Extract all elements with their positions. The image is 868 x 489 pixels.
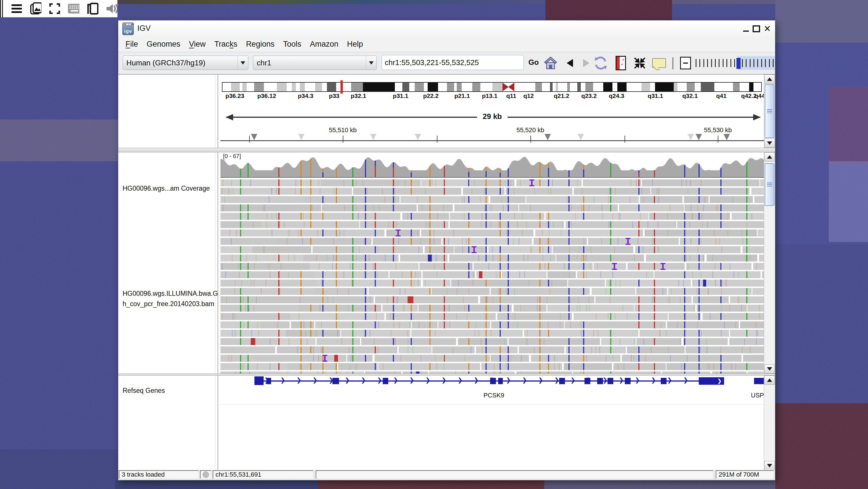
strand-arrow-icon: ❯ — [683, 377, 688, 383]
back-icon[interactable] — [563, 56, 577, 70]
close-button[interactable]: ✕ — [763, 25, 772, 33]
zoom-slider-thumb[interactable] — [737, 58, 741, 69]
menu-tracks[interactable]: Tracks — [210, 40, 242, 49]
exon[interactable] — [754, 378, 764, 384]
scroll-down-icon[interactable] — [765, 364, 775, 374]
title-bar[interactable]: igv IGV ✕ — [118, 21, 775, 37]
locus-panel-data[interactable]: p36.23p36.12p34.3p33p32.1p31.1p22.2p21.1… — [220, 75, 764, 148]
genome-select[interactable]: Human (GRCh37/hg19) — [123, 56, 248, 70]
menu-amazon[interactable]: Amazon — [306, 40, 343, 49]
band-label-p36.23: p36.23 — [225, 92, 244, 99]
band-label-q44: q44 — [754, 92, 764, 99]
menu-tools[interactable]: Tools — [279, 40, 306, 49]
zoom-out-icon[interactable] — [680, 57, 691, 69]
keyboard-icon[interactable] — [68, 3, 80, 15]
locus-input[interactable] — [382, 55, 524, 70]
home-icon[interactable] — [544, 56, 557, 70]
fullscreen-icon[interactable] — [49, 3, 60, 15]
tracks-loaded-status: 3 tracks loaded — [119, 470, 199, 479]
cursor-position-status: chr1:55,531,691 — [213, 470, 313, 479]
menu-icon[interactable] — [11, 3, 23, 15]
exon[interactable] — [498, 378, 503, 384]
gene-panel-data[interactable]: ❯❯❯❯❯❯❯❯❯❯❯❯❯❯❯❯❯❯❯❯❯❯❯❯❯❯❯❯❯PCSK9USP2 — [220, 376, 764, 470]
exon[interactable] — [383, 378, 388, 384]
minimize-button[interactable] — [742, 25, 750, 33]
go-button[interactable]: Go — [528, 58, 539, 67]
menu-regions[interactable]: Regions — [242, 40, 279, 49]
band-label-q31.1: q31.1 — [648, 92, 663, 99]
chromosome-select[interactable]: chr1 — [253, 56, 377, 70]
maximize-button[interactable] — [752, 25, 761, 33]
exon[interactable] — [332, 378, 339, 384]
main-toolbar: Human (GRCh37/hg19) chr1 Go — [118, 52, 775, 75]
band-label-q24.3: q24.3 — [609, 92, 624, 99]
remote-desktop-toolbar — [0, 0, 117, 17]
exon[interactable] — [490, 378, 496, 384]
exon[interactable] — [585, 378, 590, 384]
scroll-down-icon[interactable] — [765, 461, 775, 470]
band-label-q12: q12 — [523, 92, 534, 99]
chevron-down-icon[interactable] — [366, 56, 376, 70]
desktop-patch — [775, 403, 868, 489]
exon[interactable] — [661, 378, 666, 384]
exon[interactable] — [597, 378, 603, 384]
panel-divider[interactable] — [218, 152, 218, 374]
alignment-track-name-line1[interactable]: HG00096.wgs.ILLUMINA.bwa.G — [123, 290, 218, 297]
scrollbar[interactable] — [764, 75, 775, 148]
menu-view[interactable]: View — [185, 40, 210, 49]
panel-divider[interactable] — [218, 376, 218, 470]
coverage-track-name[interactable]: HG00096.wgs...am Coverage — [123, 184, 210, 192]
igv-window: igv IGV ✕ FileGenomesViewTracksRegionsTo… — [118, 20, 775, 480]
panel-divider[interactable] — [218, 75, 218, 148]
chromosome-ideogram[interactable] — [222, 82, 762, 92]
exon[interactable] — [267, 378, 271, 384]
desktop-top-strip — [0, 0, 868, 4]
exon[interactable] — [254, 376, 264, 385]
desktop-patch — [829, 161, 868, 242]
centromere-icon — [502, 83, 514, 91]
scrollbar[interactable] — [764, 152, 775, 374]
strand-arrow-icon: ❯ — [651, 377, 656, 383]
screenshot-icon[interactable] — [30, 3, 41, 15]
scroll-down-icon[interactable] — [765, 139, 775, 148]
audio-icon[interactable] — [106, 3, 117, 15]
alignment-track-name-line2[interactable]: h_cov_pcr_free.20140203.bam — [123, 300, 214, 308]
panel-splitter[interactable] — [118, 374, 775, 376]
forward-icon[interactable] — [579, 56, 593, 70]
alignment-panel-data[interactable]: [0 - 67] — [220, 152, 764, 374]
refresh-icon[interactable] — [594, 56, 608, 70]
scrollbar-thumb[interactable] — [765, 163, 774, 206]
gene-label-PCSK9[interactable]: PCSK9 — [484, 392, 504, 399]
desktop-patch — [775, 0, 868, 42]
feature-panel-names: Refseq Genes — [118, 376, 215, 470]
desktop-patch — [115, 480, 318, 489]
scroll-up-icon[interactable] — [765, 152, 775, 162]
scroll-up-icon[interactable] — [765, 75, 775, 84]
scroll-up-icon[interactable] — [765, 376, 775, 385]
fit-to-window-icon[interactable] — [633, 56, 647, 70]
scrollbar-thumb[interactable] — [765, 84, 774, 138]
panel-splitter[interactable] — [118, 148, 775, 152]
alignment-pileup[interactable] — [220, 152, 764, 374]
exon[interactable] — [559, 378, 565, 384]
exon[interactable] — [625, 378, 630, 384]
menu-file[interactable]: File — [121, 40, 143, 49]
exon[interactable] — [608, 378, 613, 384]
exon[interactable]: ❯ — [699, 377, 724, 385]
refseq-gene-track[interactable]: ❯❯❯❯❯❯❯❯❯❯❯❯❯❯❯❯❯❯❯❯❯❯❯❯❯❯❯❯❯PCSK9USP2 — [220, 376, 764, 404]
strand-arrow-icon: ❯ — [570, 377, 576, 383]
gene-track-name[interactable]: Refseq Genes — [123, 387, 165, 395]
gene-label-USP2[interactable]: USP2 — [751, 392, 764, 399]
zoom-slider[interactable] — [680, 56, 775, 70]
clipboard-icon[interactable] — [87, 3, 98, 15]
tooltip-icon[interactable] — [652, 56, 666, 70]
strand-arrow-icon: ❯ — [554, 377, 559, 383]
chevron-down-icon[interactable] — [238, 56, 248, 70]
strand-arrow-icon: ❯ — [313, 377, 318, 383]
scrollbar[interactable] — [764, 376, 775, 470]
region-of-interest-icon[interactable] — [614, 56, 628, 70]
menu-help[interactable]: Help — [343, 40, 368, 49]
strand-arrow-icon: ❯ — [361, 377, 366, 383]
drag-handle-icon[interactable] — [0, 0, 3, 17]
menu-genomes[interactable]: Genomes — [143, 40, 185, 49]
